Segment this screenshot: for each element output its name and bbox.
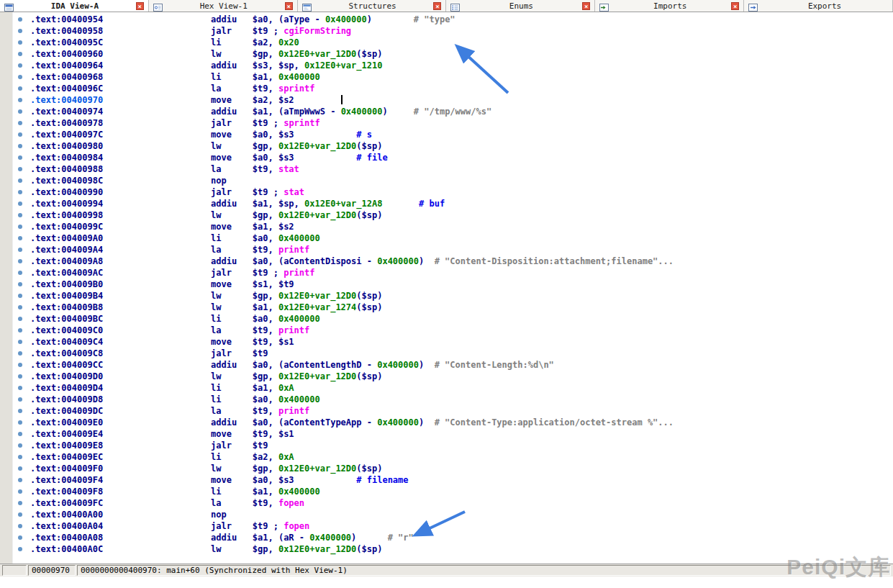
close-tab-icon[interactable]: × bbox=[285, 2, 293, 10]
asm-line[interactable]: .text:0040097Cmove $a0, $s3 # s bbox=[30, 129, 893, 140]
asm-line[interactable]: .text:00400974addiu $a1, (aTmpWwwS - 0x4… bbox=[30, 106, 893, 117]
asm-line[interactable]: .text:004009B8lw $a1, 0x12E0+var_1274($s… bbox=[30, 302, 893, 313]
number-literal: 0x12E0+var_1274 bbox=[278, 302, 356, 312]
asm-text: jalr $t9 bbox=[211, 348, 268, 358]
asm-line[interactable]: .text:004009CCaddiu $a0, (aContentLength… bbox=[30, 359, 893, 371]
line-marker-dot bbox=[18, 167, 22, 171]
asm-line[interactable]: .text:00400954addiu $a0, (aType - 0x4000… bbox=[30, 14, 893, 25]
asm-line[interactable]: .text:00400988la $t9, stat bbox=[30, 163, 893, 175]
function-name: cgiFormString bbox=[284, 26, 351, 36]
asm-line[interactable]: .text:004009ACjalr $t9 ; printf bbox=[30, 267, 893, 279]
asm-address-current: .text:00400970 bbox=[30, 95, 103, 105]
line-marker-dot bbox=[18, 547, 22, 551]
asm-text: li $a1, bbox=[211, 487, 278, 497]
asm-line[interactable]: .text:004009D4li $a1, 0xA bbox=[30, 382, 893, 394]
asm-address: .text:004009B8 bbox=[30, 302, 103, 312]
asm-line[interactable]: .text:004009C8jalr $t9 bbox=[30, 348, 893, 359]
tab-ida-view-a[interactable]: IDA View-A× bbox=[0, 0, 149, 12]
asm-text: la $t9, bbox=[211, 325, 278, 335]
asm-text: move $a1, $s2 bbox=[211, 222, 294, 232]
asm-line[interactable]: .text:00400984move $a0, $s3 # file bbox=[30, 152, 893, 163]
close-tab-icon[interactable]: × bbox=[582, 2, 590, 10]
asm-line[interactable]: .text:00400A00nop bbox=[30, 509, 893, 520]
function-name: fopen bbox=[278, 498, 304, 508]
asm-text: la $t9, bbox=[211, 83, 278, 94]
asm-address: .text:00400960 bbox=[30, 49, 103, 59]
asm-address: .text:004009EC bbox=[30, 452, 103, 462]
asm-line[interactable]: .text:0040099Cmove $a1, $s2 bbox=[30, 221, 893, 232]
asm-line[interactable]: .text:004009A4la $t9, printf bbox=[30, 244, 893, 255]
asm-line[interactable]: .text:004009E8jalr $t9 bbox=[30, 440, 893, 451]
asm-line[interactable]: .text:00400970move $a2, $s2 bbox=[30, 94, 893, 106]
asm-text: lw $gp, bbox=[211, 463, 278, 474]
asm-instruction: addiu $a1, (aR - 0x400000) # "r" bbox=[211, 532, 414, 543]
tab-hex-view-1[interactable]: Hex View-1× bbox=[149, 0, 298, 12]
asm-line[interactable]: .text:004009DCla $t9, printf bbox=[30, 405, 893, 417]
asm-line[interactable]: .text:00400958jalr $t9 ; cgiFormString bbox=[30, 25, 893, 37]
asm-line[interactable]: .text:00400994addiu $a1, $sp, 0x12E0+var… bbox=[30, 198, 893, 209]
asm-line[interactable]: .text:00400960lw $gp, 0x12E0+var_12D0($s… bbox=[30, 48, 893, 60]
asm-line[interactable]: .text:00400A04jalr $t9 ; fopen bbox=[30, 520, 893, 532]
asm-address: .text:00400958 bbox=[30, 26, 103, 36]
asm-line[interactable]: .text:004009D8li $a0, 0x400000 bbox=[30, 394, 893, 405]
asm-line[interactable]: .text:004009BCli $a0, 0x400000 bbox=[30, 313, 893, 325]
asm-line[interactable]: .text:004009A0li $a0, 0x400000 bbox=[30, 232, 893, 244]
asm-address: .text:004009F4 bbox=[30, 475, 103, 485]
number-literal: 0x12E0+var_12D0 bbox=[278, 210, 356, 220]
line-marker-dot bbox=[18, 489, 22, 494]
asm-line[interactable]: .text:00400980lw $gp, 0x12E0+var_12D0($s… bbox=[30, 140, 893, 152]
asm-text: la $t9, bbox=[211, 164, 278, 174]
tab-enums[interactable]: Enums× bbox=[446, 0, 595, 12]
asm-line[interactable]: .text:004009C4move $t9, $s1 bbox=[30, 336, 893, 348]
asm-line[interactable]: .text:004009FCla $t9, fopen bbox=[30, 497, 893, 509]
ida-view-icon bbox=[4, 1, 14, 11]
asm-line[interactable]: .text:004009B4lw $gp, 0x12E0+var_12D0($s… bbox=[30, 290, 893, 302]
close-tab-icon[interactable]: × bbox=[136, 2, 144, 10]
asm-line[interactable]: .text:0040095Cli $a2, 0x20 bbox=[30, 37, 893, 48]
asm-line[interactable]: .text:004009ECli $a2, 0xA bbox=[30, 451, 893, 463]
asm-line[interactable]: .text:004009E4move $t9, $s1 bbox=[30, 428, 893, 440]
asm-line[interactable]: .text:00400990jalr $t9 ; stat bbox=[30, 186, 893, 198]
asm-instruction: addiu $a0, (aContentDisposi - 0x400000) … bbox=[211, 255, 674, 267]
line-marker-dot bbox=[18, 432, 22, 436]
asm-line[interactable]: .text:004009B0move $s1, $t9 bbox=[30, 279, 893, 290]
asm-line[interactable]: .text:00400968li $a1, 0x400000 bbox=[30, 71, 893, 83]
asm-address: .text:004009F8 bbox=[30, 487, 103, 497]
asm-line[interactable]: .text:004009E0addiu $a0, (aContentTypeAp… bbox=[30, 417, 893, 428]
asm-line[interactable]: .text:004009F8li $a1, 0x400000 bbox=[30, 486, 893, 497]
tab-imports[interactable]: Imports× bbox=[595, 0, 744, 12]
number-literal: 0x400000 bbox=[377, 417, 419, 428]
line-marker-dot bbox=[18, 40, 22, 45]
asm-line[interactable]: .text:00400978jalr $t9 ; sprintf bbox=[30, 117, 893, 129]
number-literal: 0x400000 bbox=[309, 533, 351, 543]
asm-line[interactable]: .text:00400998lw $gp, 0x12E0+var_12D0($s… bbox=[30, 209, 893, 221]
asm-text: addiu $a1, (aTmpWwwS - bbox=[211, 107, 341, 117]
asm-instruction: addiu $a0, (aContentLengthD - 0x400000) … bbox=[211, 359, 554, 371]
line-marker-dot bbox=[18, 17, 22, 22]
asm-line[interactable]: .text:00400964addiu $s3, $sp, 0x12E0+var… bbox=[30, 60, 893, 71]
asm-line[interactable]: .text:00400A0Clw $gp, 0x12E0+var_12D0($s… bbox=[30, 543, 893, 555]
asm-line[interactable]: .text:0040096Cla $t9, sprintf bbox=[30, 83, 893, 94]
asm-text: jalr $t9 ; bbox=[211, 26, 284, 36]
asm-text: move $t9, $s1 bbox=[211, 429, 294, 439]
asm-line[interactable]: .text:004009C0la $t9, printf bbox=[30, 325, 893, 336]
close-tab-icon[interactable]: × bbox=[731, 2, 739, 10]
asm-line[interactable]: .text:00400A08addiu $a1, (aR - 0x400000)… bbox=[30, 532, 893, 543]
asm-line[interactable]: .text:004009F4move $a0, $s3 # filename bbox=[30, 474, 893, 486]
asm-address: .text:00400994 bbox=[30, 199, 103, 209]
tab-structures[interactable]: Structures× bbox=[298, 0, 447, 12]
asm-line[interactable]: .text:004009D0lw $gp, 0x12E0+var_12D0($s… bbox=[30, 371, 893, 382]
asm-line[interactable]: .text:004009A8addiu $a0, (aContentDispos… bbox=[30, 255, 893, 267]
asm-instruction: move $s1, $t9 bbox=[211, 279, 294, 290]
asm-line[interactable]: .text:0040098Cnop bbox=[30, 175, 893, 186]
number-literal: 0x400000 bbox=[278, 233, 320, 243]
line-marker-dot bbox=[18, 282, 22, 286]
close-tab-icon[interactable]: × bbox=[433, 2, 441, 10]
disassembly-canvas[interactable]: .text:00400954addiu $a0, (aType - 0x4000… bbox=[13, 12, 893, 564]
asm-text: ) bbox=[419, 256, 435, 266]
asm-instruction: lw $gp, 0x12E0+var_12D0($sp) bbox=[211, 140, 382, 152]
tab-label: Hex View-1 bbox=[166, 1, 281, 11]
line-marker-dot bbox=[18, 132, 22, 137]
asm-line[interactable]: .text:004009F0lw $gp, 0x12E0+var_12D0($s… bbox=[30, 463, 893, 474]
tab-exports[interactable]: Exports bbox=[744, 0, 893, 12]
